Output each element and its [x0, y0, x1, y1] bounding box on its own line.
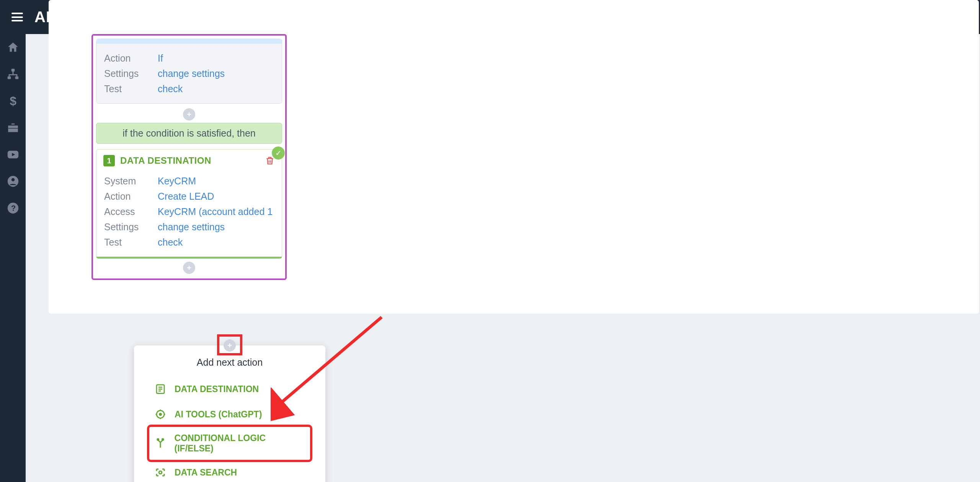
- row-label: Action: [104, 50, 158, 66]
- branch-icon: [154, 437, 167, 450]
- add-inside-button[interactable]: +: [183, 262, 195, 274]
- svg-point-15: [159, 471, 162, 474]
- pop-item-label: AI TOOLS (ChatGPT): [175, 409, 262, 420]
- settings-link[interactable]: change settings: [158, 219, 225, 234]
- test-link[interactable]: check: [158, 81, 183, 96]
- pop-item-label: DATA DESTINATION: [175, 384, 259, 394]
- destination-card: ✓ 1 DATA DESTINATION SystemKeyCRM Action…: [96, 149, 282, 259]
- row-label: Settings: [104, 66, 158, 81]
- access-link[interactable]: KeyCRM (account added 1: [158, 204, 273, 219]
- row-label: Settings: [104, 219, 158, 234]
- conditional-group: ActionIf Settingschange settings Testche…: [91, 34, 287, 280]
- settings-link[interactable]: change settings: [158, 66, 225, 81]
- svg-rect-1: [11, 69, 15, 72]
- destination-icon: [154, 383, 167, 396]
- svg-point-14: [162, 439, 163, 440]
- workspace-panel: ActionIf Settingschange settings Testche…: [49, 0, 979, 314]
- system-link[interactable]: KeyCRM: [158, 173, 196, 189]
- sidebar-item-briefcase[interactable]: [0, 114, 26, 141]
- action-value[interactable]: If: [158, 50, 163, 66]
- add-between-button[interactable]: +: [183, 108, 195, 120]
- svg-point-13: [157, 439, 159, 440]
- left-sidebar: $ ?: [0, 34, 26, 482]
- pop-item-label: DATA SEARCH: [175, 467, 237, 478]
- condition-bar: if the condition is satisfied, then: [96, 123, 282, 144]
- sidebar-item-home[interactable]: [0, 34, 26, 61]
- test-link[interactable]: check: [158, 234, 183, 250]
- add-next-action-button[interactable]: +: [224, 339, 236, 352]
- menu-icon[interactable]: [11, 13, 23, 21]
- destination-title: DATA DESTINATION: [120, 155, 211, 166]
- svg-point-7: [11, 178, 15, 182]
- search-icon: [154, 466, 167, 479]
- row-label: Access: [104, 204, 158, 219]
- pop-item-data-destination[interactable]: DATA DESTINATION: [149, 376, 310, 402]
- svg-text:?: ?: [11, 204, 16, 212]
- svg-rect-2: [7, 77, 10, 79]
- sidebar-item-help[interactable]: ?: [0, 195, 26, 221]
- row-label: Test: [104, 81, 158, 96]
- pop-item-label: CONDITIONAL LOGIC (IF/ELSE): [175, 433, 305, 454]
- pop-item-ai-tools[interactable]: AI TOOLS (ChatGPT): [149, 402, 310, 427]
- action-link[interactable]: Create LEAD: [158, 189, 214, 204]
- main-content: ActionIf Settingschange settings Testche…: [26, 34, 980, 482]
- sidebar-item-account[interactable]: [0, 168, 26, 195]
- popover-title: Add next action: [134, 357, 325, 368]
- row-label: System: [104, 173, 158, 189]
- check-icon: ✓: [272, 147, 285, 160]
- sidebar-item-billing[interactable]: $: [0, 88, 26, 114]
- row-label: Action: [104, 189, 158, 204]
- flow-column: ActionIf Settingschange settings Testche…: [91, 34, 287, 280]
- pop-item-conditional-logic[interactable]: CONDITIONAL LOGIC (IF/ELSE): [149, 427, 310, 460]
- if-card-header: [96, 39, 282, 44]
- svg-rect-3: [15, 77, 18, 79]
- pop-item-data-search[interactable]: DATA SEARCH: [149, 460, 310, 482]
- destination-number: 1: [103, 155, 115, 166]
- ai-icon: [154, 408, 167, 421]
- svg-text:$: $: [10, 94, 16, 107]
- row-label: Test: [104, 234, 158, 250]
- if-card: ActionIf Settingschange settings Testche…: [96, 39, 282, 104]
- sidebar-item-video[interactable]: [0, 141, 26, 168]
- svg-point-12: [160, 414, 162, 415]
- sidebar-item-connections[interactable]: [0, 61, 26, 88]
- add-action-popover: Add next action DATA DESTINATION AI TOOL…: [134, 345, 325, 482]
